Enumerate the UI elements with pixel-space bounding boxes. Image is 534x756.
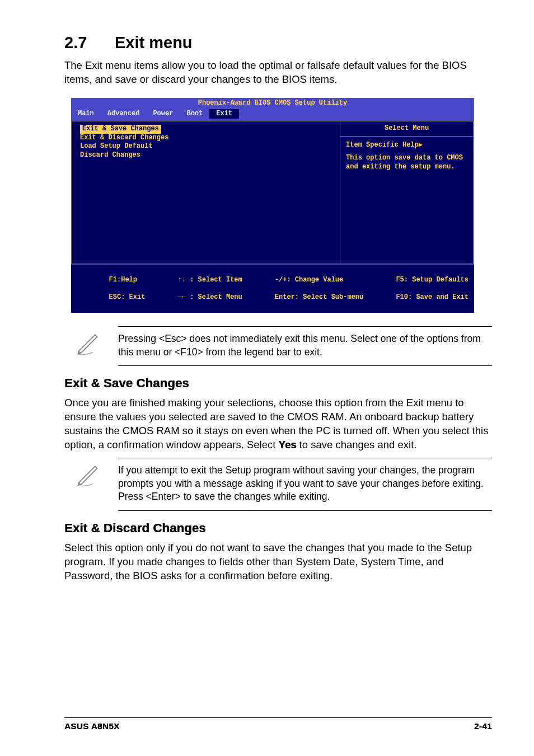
triangle-right-icon: ▶ [419,141,423,149]
bios-tab-boot[interactable]: Boot [180,109,209,119]
bios-key-change: -/+: Change Value [275,276,343,284]
bios-tab-advanced[interactable]: Advanced [101,109,147,119]
bios-key-f5: F5: Setup Defaults [396,276,469,284]
leftright-arrows-icon: →← [178,293,190,301]
bios-screenshot: Phoenix-Award BIOS CMOS Setup Utility Ma… [71,98,474,313]
page-footer: ASUS A8N5X 2-41 [64,717,492,731]
bios-key-select-item: : Select Item [190,276,242,284]
footer-right: 2-41 [474,721,492,731]
bios-key-enter: Enter: Select Sub-menu [275,293,363,301]
bios-footer: F1:Help ESC: Exit ↑↓ : Select Item →← : … [71,265,474,313]
note-block-1: Pressing <Esc> does not immediately exit… [76,326,492,366]
bios-tabs: Main Advanced Power Boot Exit [71,109,474,120]
bios-item-exit-discard[interactable]: Exit & Discard Changes [80,134,332,143]
bios-key-select-menu: : Select Menu [190,293,242,301]
bios-right-title: Select Menu [340,121,473,137]
note-text-2: If you attempt to exit the Setup program… [118,458,492,511]
bios-help-label: Item Specific Help▶ [346,141,467,150]
para-exit-save: Once you are finished making your select… [64,396,492,452]
heading-number: 2.7 [64,34,115,52]
pencil-note-icon [76,458,102,489]
bios-right-pane: Select Menu Item Specific Help▶ This opt… [340,121,474,264]
intro-paragraph: The Exit menu items allow you to load th… [64,59,492,87]
bios-key-esc: ESC: Exit [109,293,146,301]
heading-title: Exit menu [115,34,193,51]
bios-title: Phoenix-Award BIOS CMOS Setup Utility [71,98,474,109]
page-heading: 2.7Exit menu [64,34,492,52]
updown-arrows-icon: ↑↓ [178,276,190,284]
heading-exit-discard: Exit & Discard Changes [64,521,492,536]
bios-item-discard[interactable]: Discard Changes [80,151,332,160]
bios-tab-power[interactable]: Power [146,109,180,119]
pencil-note-icon [76,326,102,358]
footer-left: ASUS A8N5X [64,721,120,731]
bios-tab-main[interactable]: Main [71,109,101,119]
note-text-1: Pressing <Esc> does not immediately exit… [118,326,492,366]
bios-item-load-default[interactable]: Load Setup Default [80,142,332,151]
para-exit-discard: Select this option only if you do not wa… [64,541,492,583]
bios-left-pane: Exit & Save Changes Exit & Discard Chang… [72,121,340,264]
bios-key-f1: F1:Help [109,276,137,284]
bios-help-body: This option save data to CMOS and exitin… [346,154,467,171]
bios-key-f10: F10: Save and Exit [396,293,469,301]
yes-word: Yes [279,439,297,450]
bios-tab-exit[interactable]: Exit [209,109,239,119]
heading-exit-save: Exit & Save Changes [64,376,492,391]
bios-item-exit-save[interactable]: Exit & Save Changes [80,125,161,134]
note-block-2: If you attempt to exit the Setup program… [76,458,492,511]
